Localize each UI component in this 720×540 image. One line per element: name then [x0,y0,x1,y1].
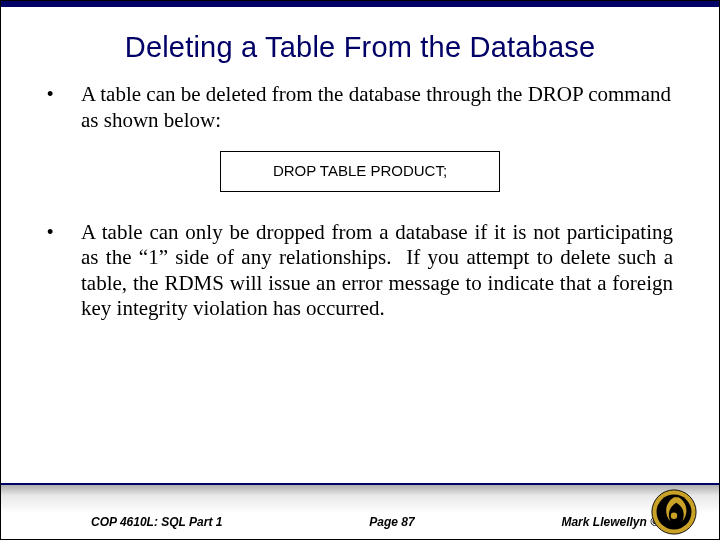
bullet-text: A table can only be dropped from a datab… [81,220,673,322]
slide-title: Deleting a Table From the Database [1,7,719,82]
footer-accent-line [1,483,719,485]
bullet-item: • A table can only be dropped from a dat… [47,220,673,322]
ucf-pegasus-logo-icon [651,489,697,535]
footer-text-row: COP 4610L: SQL Part 1 Page 87 Mark Llewe… [1,515,719,529]
bullet-marker: • [47,220,81,322]
svg-point-2 [671,512,677,518]
footer-author: Mark Llewellyn © [561,515,659,529]
bullet-item: • A table can be deleted from the databa… [47,82,673,133]
code-box: DROP TABLE PRODUCT; [220,151,500,191]
bullet-text: A table can be deleted from the database… [81,82,673,133]
footer-page: Page 87 [369,515,414,529]
footer: COP 4610L: SQL Part 1 Page 87 Mark Llewe… [1,483,719,539]
slide-body: • A table can be deleted from the databa… [1,82,719,483]
slide: Deleting a Table From the Database • A t… [0,0,720,540]
footer-course: COP 4610L: SQL Part 1 [91,515,222,529]
footer-gradient [1,483,719,513]
bullet-marker: • [47,82,81,133]
